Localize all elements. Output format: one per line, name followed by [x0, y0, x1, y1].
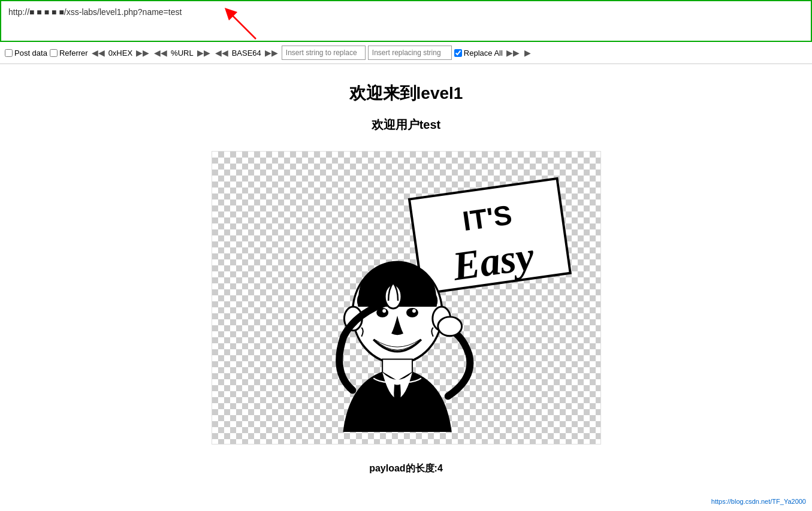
post-data-label: Post data — [14, 49, 47, 58]
url-left-arrow[interactable]: ◀◀ — [153, 48, 168, 58]
post-data-checkbox[interactable] — [5, 49, 13, 57]
replace-all-label: Replace All — [464, 49, 503, 58]
cartoon-svg: IT'S Easy — [212, 152, 600, 444]
base64-left-arrow[interactable]: ◀◀ — [214, 48, 230, 58]
hex-left-arrow[interactable]: ◀◀ — [90, 48, 106, 58]
svg-line-0 — [229, 12, 256, 39]
hex-right-arrow[interactable]: ▶▶ — [135, 48, 150, 58]
page-title: 欢迎来到level1 — [12, 82, 800, 105]
welcome-text: 欢迎用户test — [12, 117, 800, 133]
red-arrow-icon — [223, 6, 259, 42]
extra-arrow[interactable]: ▶ — [523, 48, 532, 58]
main-content: 欢迎来到level1 欢迎用户test IT'S Easy — [0, 64, 812, 493]
svg-point-8 — [382, 309, 386, 313]
svg-point-14 — [437, 317, 461, 336]
base64-right-arrow[interactable]: ▶▶ — [264, 48, 279, 58]
base64-label: BASE64 — [232, 49, 261, 58]
url-right-arrow[interactable]: ▶▶ — [196, 48, 212, 58]
cartoon-image: IT'S Easy — [212, 151, 601, 445]
payload-text: payload的长度:4 — [12, 462, 800, 475]
replace-all-item: Replace All — [454, 49, 503, 58]
replace-all-checkbox[interactable] — [454, 49, 462, 57]
toolbar: Post data Referrer ◀◀ 0xHEX ▶▶ ◀◀ %URL ▶… — [0, 42, 812, 64]
referrer-checkbox[interactable] — [50, 49, 58, 57]
referrer-item: Referrer — [50, 49, 88, 58]
post-data-item: Post data — [5, 49, 47, 58]
url-bar[interactable]: http://■ ■ ■ ■ ■/xss-labs/level1.php?nam… — [0, 0, 812, 42]
referrer-label: Referrer — [59, 49, 88, 58]
insert-string-input[interactable] — [282, 46, 366, 60]
svg-point-9 — [412, 309, 415, 313]
hex-label: 0xHEX — [108, 49, 132, 58]
url-label: %URL — [171, 49, 194, 58]
url-input[interactable]: http://■ ■ ■ ■ ■/xss-labs/level1.php?nam… — [8, 7, 182, 17]
replace-right-arrow[interactable]: ▶▶ — [505, 48, 521, 58]
insert-replacing-input[interactable] — [368, 46, 452, 60]
svg-point-7 — [406, 308, 418, 318]
